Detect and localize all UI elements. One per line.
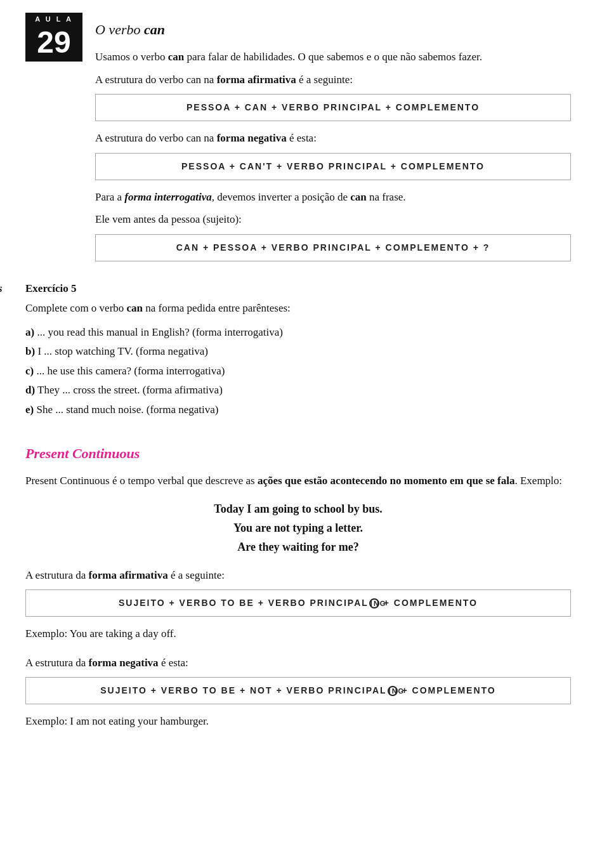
exercicio-title: Exercício 5 [25, 280, 571, 297]
exercise-item-d: d) They ... cross the street. (forma afi… [25, 382, 571, 398]
exercicios-sidebar: Exercícios [0, 280, 25, 742]
present-continuous-section: Present Continuous Present Continuous é … [25, 443, 571, 730]
pc-exemplo-negativa: Exemplo: I am not eating your hamburger. [25, 713, 571, 730]
exercicio-desc: Complete com o verbo can na forma pedida… [25, 300, 571, 317]
pc-negativa-label: A estrutura da forma negativa é esta: [25, 655, 571, 671]
formula-negativa: PESSOA + CAN'T + VERBO PRINCIPAL + COMPL… [95, 153, 571, 180]
pc-formula-afirmativa: SUJEITO + VERBO TO BE + VERBO PRINCIPALI… [25, 589, 571, 617]
page-title: O verbo can [95, 19, 571, 40]
page-title-italic: can [144, 22, 165, 37]
pc-desc: Present Continuous é o tempo verbal que … [25, 473, 571, 489]
exercicios-content: Exercício 5 Complete com o verbo can na … [25, 280, 571, 742]
main-content: O verbo can Usamos o verbo can para fala… [95, 19, 571, 261]
formula-interrogativa: CAN + PESSOA + VERBO PRINCIPAL + COMPLEM… [95, 234, 571, 261]
intro-interrogativa: Para a forma interrogativa, devemos inve… [95, 189, 571, 206]
pc-example-1: Today I am going to school by bus. [25, 501, 571, 518]
exercise-item-a: a) ... you read this manual in English? … [25, 324, 571, 341]
intro-afirmativa: A estrutura do verbo can na forma afirma… [95, 72, 571, 88]
intro-para1: Usamos o verbo can para falar de habilid… [95, 49, 571, 65]
pc-examples: Today I am going to school by bus. You a… [25, 501, 571, 556]
pc-exemplo-afirmativa: Exemplo: You are taking a day off. [25, 626, 571, 642]
page-title-text: O verbo [95, 22, 144, 37]
exercicios-label: Exercícios [0, 282, 3, 294]
pc-afirmativa-label: A estrutura da forma afirmativa é a segu… [25, 567, 571, 584]
aula-box: A U L A 29 [25, 13, 82, 62]
page: A U L A 29 O verbo can Usamos o verbo ca… [0, 0, 609, 868]
pc-example-2: You are not typing a letter. [25, 520, 571, 537]
exercise-item-b: b) I ... stop watching TV. (forma negati… [25, 343, 571, 360]
ring-symbol-afirmativa: ING [369, 598, 379, 608]
aula-number: 29 [25, 26, 82, 62]
ele-vem: Ele vem antes da pessoa (sujeito): [95, 211, 571, 228]
exercise-item-e: e) She ... stand much noise. (forma nega… [25, 402, 571, 418]
pc-title: Present Continuous [25, 443, 571, 464]
intro-negativa: A estrutura do verbo can na forma negati… [95, 130, 571, 147]
ring-symbol-negativa: ING [388, 686, 398, 696]
formula-afirmativa: PESSOA + CAN + VERBO PRINCIPAL + COMPLEM… [95, 94, 571, 121]
aula-label: A U L A [25, 13, 82, 26]
pc-formula-negativa: SUJEITO + VERBO TO BE + NOT + VERBO PRIN… [25, 677, 571, 704]
exercicios-section: Exercícios Exercício 5 Complete com o ve… [0, 280, 571, 742]
pc-example-3: Are they waiting for me? [25, 539, 571, 556]
exercise-item-c: c) ... he use this camera? (forma interr… [25, 363, 571, 379]
